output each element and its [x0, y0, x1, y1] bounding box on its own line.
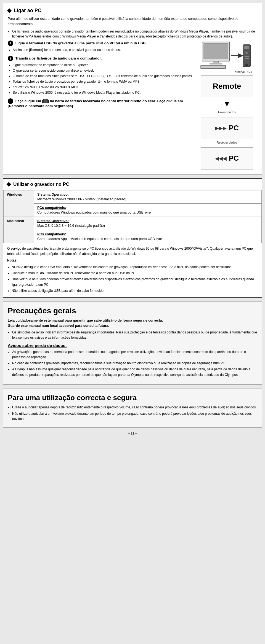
mac-so-value: Mac OS X 10.2.8 ~ 10.6 (Instalação padrã…: [37, 224, 258, 228]
utilizacao-bullet1: Utilize o auricular apenas depois de red…: [12, 405, 257, 410]
aviso-1: As gravações guardadas na memória podem …: [12, 349, 257, 360]
utilizacao-title: Para uma utilização correcta e segura: [8, 394, 257, 402]
utilizacao-bullet2: Não utilize o auricular a um volume elev…: [12, 411, 257, 422]
step2-item3: O nome de cada uma das cinco pastas será…: [13, 74, 194, 79]
svg-rect-3: [210, 63, 222, 64]
step3-title: 3 Faça clique em [] na barra de tarefas …: [8, 98, 194, 108]
windows-pc-cell: PCs compatíveis: Computadores Windows eq…: [34, 203, 262, 217]
macintosh-so-row: Macintosh Sistema Operativo: Mac OS X 10…: [4, 217, 262, 230]
step2-item2: O gravador será reconhecido como um disc…: [13, 68, 194, 73]
precaucoes-bullet1: Os símbolos de aviso indicam informações…: [12, 330, 257, 340]
step3: 3 Faça clique em [] na barra de tarefas …: [8, 98, 194, 108]
win-so-title: Sistema Operativo:: [37, 193, 258, 196]
step2-item1: Ligue o gravador ao computador e inicie …: [13, 63, 194, 68]
svg-rect-11: [245, 58, 249, 59]
macintosh-pc-row: PCs compatíveis: Computadores Apple Maci…: [4, 230, 262, 243]
diamond-icon-2: [7, 182, 11, 187]
macintosh-label: Macintosh: [4, 217, 34, 243]
section1-bullets: Os ficheiros de áudio gravados por este …: [12, 29, 257, 39]
leia-subtitle: Leia cuidadosamente este manual para gar…: [8, 318, 257, 328]
step2-item4: Todas os ficheiros de áudio produzidos p…: [13, 79, 194, 84]
pc-arrows-right: ▶▶▶: [215, 125, 227, 131]
svg-rect-10: [245, 56, 249, 57]
note-2: Consulte o manual do utilizador do seu P…: [12, 271, 258, 276]
macintosh-pc-cell: PCs compatíveis: Computadores Apple Maci…: [34, 230, 262, 243]
enviar-dados-label: Enviar dados: [218, 111, 236, 114]
windows-pc-row: PCs compatíveis: Computadores Windows eq…: [4, 203, 262, 217]
win-pc-title: PCs compatíveis:: [37, 206, 258, 210]
utilizacao-body: Utilize o auricular apenas depois de red…: [8, 405, 257, 422]
utilizar-section: Utilizar o gravador no PC Windows Sistem…: [3, 178, 262, 298]
mac-pc-value: Computadores Apple Macintosh equipados c…: [37, 237, 258, 241]
step2-title: 2 Transfira os ficheiros de áudio para o…: [8, 56, 194, 61]
pc-label-enviar: PC: [229, 124, 239, 132]
step2-list: Ligue o gravador ao computador e inicie …: [13, 63, 194, 95]
pc-label-receber: PC: [229, 154, 239, 163]
steps-right: Terminal USB Remote ▼ Enviar dados ▶▶▶ P…: [197, 41, 257, 169]
remote-box: Remote: [201, 75, 253, 97]
pc-arrows-left: ◀◀◀: [215, 155, 227, 161]
macintosh-so-cell: Sistema Operativo: Mac OS X 10.2.8 ~ 10.…: [34, 217, 262, 230]
pc-receber-box: ◀◀◀ PC: [201, 147, 253, 169]
windows-so-cell: Sistema Operativo: Microsoft Windows 200…: [34, 190, 262, 203]
compat-table: Windows Sistema Operativo: Microsoft Win…: [3, 190, 262, 243]
arrow-down-icon: ▼: [223, 99, 231, 108]
precaucoes-section: Precauções gerais Leia cuidadosamente es…: [3, 301, 262, 385]
svg-rect-12: [245, 64, 248, 66]
terminal-usb-label: Terminal USB: [199, 70, 252, 74]
receber-dados-label: Receber dados: [217, 141, 237, 144]
section2-title: Utilizar o gravador no PC: [3, 179, 262, 190]
note-1: NUNCA desligue o cabo USB enquanto a luz…: [12, 265, 258, 270]
svg-point-9: [245, 51, 248, 55]
svg-rect-1: [204, 44, 228, 59]
section1-bullet1: Os ficheiros de áudio gravados por este …: [12, 29, 257, 39]
remote-label: Remote: [213, 82, 241, 91]
pc-illustration-svg: [199, 41, 255, 69]
aviso-2: No caso de conteúdos gravados importante…: [12, 361, 257, 366]
svg-rect-8: [244, 46, 249, 49]
step2-body: Ligue o gravador ao computador e inicie …: [8, 63, 194, 95]
step1-bullet: Assim que [Remote] for apresentada, é po…: [13, 47, 194, 52]
aviso-3: A Olympus não assume qualquer responsabi…: [12, 367, 257, 377]
avisos-title: Avisos sobre perda de dados:: [8, 343, 257, 348]
section1-intro: Para além de utilizar esta unidade como …: [8, 16, 257, 27]
svg-rect-4: [201, 65, 226, 69]
page-number: – 11 –: [3, 432, 262, 435]
pc-illustration-container: Terminal USB: [199, 41, 255, 74]
notes-intro: O serviço de assistência técnica não é a…: [7, 246, 258, 257]
ligar-ao-pc-section: Ligar ao PC Para além de utilizar esta u…: [3, 3, 262, 174]
steps-left: 1 Ligue o terminal USB do gravador a uma…: [8, 41, 194, 169]
diamond-icon: [7, 8, 12, 13]
windows-label: Windows: [4, 190, 34, 217]
note-4: Não utilize cabos de ligação USB para al…: [12, 288, 258, 293]
mac-pc-title: PCs compatíveis:: [37, 232, 258, 236]
section1-title: Ligar ao PC: [8, 8, 257, 14]
notes-list: NUNCA desligue o cabo USB enquanto a luz…: [12, 265, 258, 293]
win-so-value: Microsoft Windows 2000 / XP / Vista/7 (I…: [37, 197, 258, 201]
precaucoes-title: Precauções gerais: [8, 306, 257, 315]
windows-so-row: Windows Sistema Operativo: Microsoft Win…: [4, 190, 262, 203]
step2-item5: por ex.: VN760001.WMA ou VN760001.MP3: [13, 85, 194, 90]
step2-item6: Se utilizar o Windows 2000, é necessário…: [13, 90, 194, 95]
win-pc-value: Computadores Windows equipados com mais …: [37, 211, 258, 214]
step2: 2 Transfira os ficheiros de áudio para o…: [8, 56, 194, 95]
note-3: Uma vez que os ruídos poderão provocar e…: [12, 277, 258, 287]
precaucoes-body: Os símbolos de aviso indicam informações…: [8, 330, 257, 340]
step1-body: Assim que [Remote] for apresentada, é po…: [8, 47, 194, 52]
utilizacao-section: Para uma utilização correcta e segura Ut…: [3, 389, 262, 428]
avisos-body: As gravações guardadas na memória podem …: [8, 349, 257, 378]
notes-area: O serviço de assistência técnica não é a…: [3, 243, 262, 297]
mac-so-title: Sistema Operativo:: [37, 219, 258, 223]
taskbar-icon: [43, 99, 48, 103]
step1: 1 Ligue o terminal USB do gravador a uma…: [8, 41, 194, 52]
pc-enviar-box: ▶▶▶ PC: [201, 117, 253, 139]
notes-title: Notas:: [7, 258, 17, 262]
steps-area: 1 Ligue o terminal USB do gravador a uma…: [8, 41, 257, 169]
step1-title: 1 Ligue o terminal USB do gravador a uma…: [8, 41, 194, 46]
